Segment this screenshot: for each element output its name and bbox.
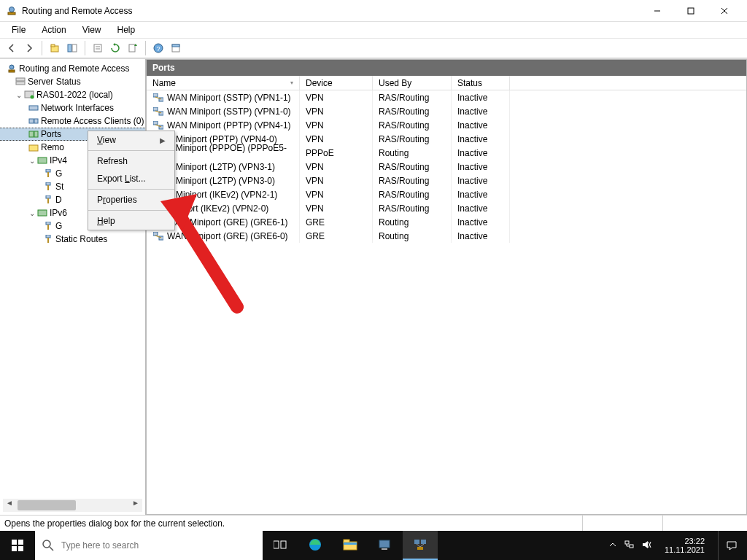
toolbar-show-hide-button[interactable] — [64, 40, 80, 56]
close-button[interactable] — [708, 0, 741, 22]
toolbar-up-button[interactable] — [47, 40, 63, 56]
svg-rect-81 — [274, 541, 279, 548]
svg-rect-24 — [29, 106, 38, 110]
taskbar-server-manager[interactable] — [368, 531, 403, 560]
ctx-export[interactable]: Export List... — [88, 170, 174, 187]
grid-header: Name▾ Device Used By Status — [147, 76, 746, 90]
tray-volume-icon[interactable] — [641, 540, 651, 551]
window-title: Routing and Remote Access — [22, 6, 640, 16]
svg-point-79 — [43, 540, 50, 548]
minimize-button[interactable] — [640, 0, 674, 22]
svg-rect-95 — [630, 545, 633, 548]
menu-help[interactable]: Help — [110, 23, 143, 36]
svg-rect-86 — [344, 542, 357, 545]
table-row[interactable]: N Miniport (PPPOE) (PPPoE5-0)PPPoERoutin… — [147, 146, 746, 160]
tray-clock[interactable]: 23:22 11.11.2021 — [659, 537, 711, 554]
app-icon — [6, 5, 18, 17]
tree-ipv6-static-routes[interactable]: Static Routes — [0, 233, 145, 246]
maximize-button[interactable] — [674, 0, 708, 22]
toolbar-help-button[interactable]: ? — [150, 40, 166, 56]
svg-rect-94 — [625, 541, 629, 544]
task-view-button[interactable] — [263, 531, 298, 560]
tray-network-icon[interactable] — [624, 540, 634, 551]
details-title: Ports — [147, 60, 746, 76]
menu-action[interactable]: Action — [34, 23, 73, 36]
taskbar: Type here to search 23:22 11.11.2021 — [0, 531, 747, 560]
tree-label: Static Routes — [55, 234, 107, 244]
svg-rect-7 — [51, 44, 55, 47]
tray-notifications[interactable] — [718, 531, 744, 560]
taskbar-edge[interactable] — [298, 531, 333, 560]
nav-back-button[interactable] — [4, 40, 20, 56]
port-icon — [152, 106, 164, 117]
tree-remote-access-clients[interactable]: Remote Access Clients (0) — [0, 114, 145, 128]
port-icon — [152, 120, 164, 131]
toolbar-extra-button[interactable] — [168, 40, 184, 56]
menu-view[interactable]: View — [75, 23, 109, 36]
menu-file[interactable]: File — [4, 23, 33, 36]
svg-rect-89 — [414, 540, 419, 544]
svg-rect-76 — [18, 540, 23, 545]
svg-text:?: ? — [156, 45, 160, 52]
taskbar-explorer[interactable] — [333, 531, 368, 560]
table-row[interactable]: N Miniport (L2TP) (VPN3-0)VPNRAS/Routing… — [147, 174, 746, 187]
svg-rect-85 — [344, 540, 349, 542]
table-row[interactable]: N Miniport (L2TP) (VPN3-1)VPNRAS/Routing… — [147, 160, 746, 174]
tree-server-status[interactable]: Server Status — [0, 75, 145, 88]
scroll-right-icon[interactable]: ► — [129, 499, 142, 512]
toolbar-export-button[interactable] — [125, 40, 141, 56]
search-box[interactable]: Type here to search — [35, 531, 263, 560]
nav-forward-button[interactable] — [21, 40, 37, 56]
scroll-thumb[interactable] — [18, 500, 76, 510]
toolbar-properties-button[interactable] — [90, 40, 106, 56]
ctx-refresh[interactable]: Refresh — [88, 152, 174, 170]
svg-rect-35 — [46, 195, 50, 198]
expander-icon[interactable]: ⌄ — [28, 157, 36, 165]
tree-label: G — [55, 168, 62, 179]
ctx-view[interactable]: View▶ — [88, 131, 174, 149]
tree-root[interactable]: Routing and Remote Access — [0, 62, 145, 75]
menubar: File Action View Help — [0, 22, 747, 38]
svg-rect-28 — [34, 131, 38, 137]
svg-rect-42 — [153, 93, 158, 97]
tree-label: St — [55, 182, 63, 192]
col-name[interactable]: Name▾ — [147, 76, 300, 90]
tree-label: Remote Access Clients (0) — [41, 116, 144, 126]
svg-rect-25 — [29, 119, 34, 123]
svg-rect-75 — [12, 540, 17, 545]
col-usedby[interactable]: Used By — [373, 76, 452, 90]
expander-icon[interactable]: ⌄ — [15, 91, 23, 99]
server-node-icon — [23, 90, 35, 100]
svg-line-92 — [417, 544, 420, 547]
start-button[interactable] — [0, 531, 35, 560]
svg-rect-1 — [8, 12, 15, 15]
scroll-left-icon[interactable]: ◄ — [3, 499, 16, 512]
toolbar: ? — [0, 38, 747, 58]
svg-rect-87 — [379, 540, 390, 548]
taskbar-icons — [263, 531, 438, 560]
svg-rect-91 — [417, 547, 423, 550]
server-icon — [6, 63, 18, 74]
tray-chevron-icon[interactable] — [609, 541, 616, 550]
table-row[interactable]: WAN Miniport (SSTP) (VPN1-1)VPNRAS/Routi… — [147, 90, 746, 104]
col-device[interactable]: Device — [300, 76, 373, 90]
tree-label: RAS01-2022 (local) — [36, 90, 113, 100]
tree-network-interfaces[interactable]: Network Interfaces — [0, 101, 145, 114]
col-status[interactable]: Status — [452, 76, 510, 90]
taskbar-rras[interactable] — [403, 531, 438, 560]
system-tray: 23:22 11.11.2021 — [609, 531, 747, 560]
horizontal-scrollbar[interactable]: ◄ ► — [3, 499, 142, 512]
toolbar-refresh-button[interactable] — [107, 40, 123, 56]
table-row[interactable]: WAN Miniport (SSTP) (VPN1-0)VPNRAS/Routi… — [147, 104, 746, 118]
ports-icon — [28, 129, 39, 139]
titlebar: Routing and Remote Access — [0, 0, 747, 22]
folder-icon — [28, 142, 39, 152]
tree-server[interactable]: ⌄ RAS01-2022 (local) — [0, 88, 145, 101]
expander-icon[interactable]: ⌄ — [28, 209, 36, 217]
svg-rect-40 — [46, 235, 50, 238]
tray-time: 23:22 — [665, 537, 705, 545]
route-icon — [42, 182, 54, 192]
table-row[interactable]: WAN Miniport (PPTP) (VPN4-1)VPNRAS/Routi… — [147, 118, 746, 132]
svg-rect-17 — [172, 44, 179, 47]
svg-rect-27 — [29, 131, 34, 137]
